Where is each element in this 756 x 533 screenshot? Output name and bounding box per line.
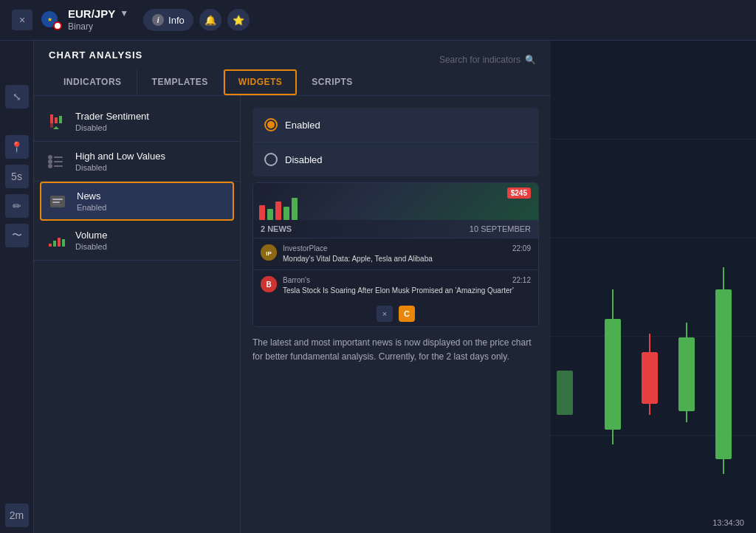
description: The latest and most important news is no… <box>252 333 539 367</box>
svg-rect-1 <box>50 123 53 128</box>
news-source-1: InvestorPlace <box>283 244 328 252</box>
widget-item-volume[interactable]: Volume Disabled <box>34 221 240 261</box>
trader-sentiment-info: Trader Sentiment Disabled <box>75 111 228 132</box>
news-count: 2 NEWS <box>261 224 292 233</box>
pin-icon: 📍 <box>10 141 23 153</box>
svg-point-6 <box>48 159 52 164</box>
close-preview-button[interactable]: × <box>377 306 393 322</box>
svg-rect-3 <box>59 116 62 123</box>
news-status: Enabled <box>77 203 227 212</box>
close-button[interactable]: × <box>12 10 32 30</box>
widgets-content: Trader Sentiment Disabled <box>34 96 551 533</box>
top-actions: i Info 🔔 ⭐ <box>143 9 250 31</box>
news-icon <box>47 191 68 212</box>
tab-widgets[interactable]: WIDGETS <box>224 69 298 95</box>
widget-item-high-low[interactable]: High and Low Values Disabled <box>34 142 240 182</box>
option-disabled[interactable]: Disabled <box>252 142 539 176</box>
timeframe-label: 2m <box>10 509 24 521</box>
news-preview-item-1: IP InvestorPlace 22:09 Monday's Vital Da… <box>253 238 538 270</box>
svg-rect-16 <box>53 241 56 247</box>
search-icon[interactable]: 🔍 <box>525 55 536 65</box>
search-area[interactable]: Search for indicators 🔍 <box>439 55 536 65</box>
chart-area: 13:34:30 <box>551 41 756 533</box>
tab-scripts[interactable]: SCRIPTS <box>297 69 368 96</box>
volume-status: Disabled <box>75 242 228 251</box>
draw-icon: ✏ <box>13 200 21 212</box>
candle-1 <box>713 267 734 474</box>
draw-button[interactable]: ✏ <box>5 194 29 218</box>
price-badge: $245 <box>507 188 531 199</box>
panel-title: CHART ANALYSIS <box>49 49 142 61</box>
option-enabled[interactable]: Enabled <box>252 108 539 142</box>
option-disabled-label: Disabled <box>285 154 323 165</box>
radio-disabled-circle <box>264 153 278 166</box>
symbol-type: Binary <box>68 21 128 33</box>
svg-point-5 <box>48 155 52 159</box>
wave-button[interactable]: 〜 <box>5 224 29 247</box>
high-low-icon <box>46 151 66 172</box>
widget-list: Trader Sentiment Disabled <box>34 96 241 533</box>
analysis-panel: CHART ANALYSIS Search for indicators 🔍 I… <box>34 41 551 533</box>
candle-3 <box>639 334 660 415</box>
radio-enabled-circle <box>264 118 278 131</box>
tab-indicators[interactable]: INDICATORS <box>49 69 137 96</box>
svg-rect-0 <box>50 114 53 123</box>
investor-logo: IP <box>261 244 277 261</box>
candle-2 <box>676 323 697 422</box>
info-button[interactable]: i Info <box>143 9 193 31</box>
news-preview-icon: C <box>399 306 415 322</box>
barrons-logo: B <box>261 276 277 292</box>
news-time-1: 22:09 <box>512 244 531 252</box>
info-label: Info <box>168 15 185 26</box>
symbol-info: EUR/JPY ▼ Binary <box>68 7 128 32</box>
svg-rect-17 <box>58 238 61 247</box>
preview-footer: × C <box>253 301 538 326</box>
news-name: News <box>77 190 227 202</box>
news-source-row-2: Barron's 22:12 <box>283 276 531 284</box>
favorites-button[interactable]: ⭐ <box>227 9 250 31</box>
star-icon: ⭐ <box>233 15 244 26</box>
news-time-2: 22:12 <box>512 276 531 284</box>
panel-header: CHART ANALYSIS Search for indicators 🔍 <box>34 41 551 69</box>
timeframe-button[interactable]: 2m <box>5 503 29 527</box>
pin-button[interactable]: 📍 <box>5 135 29 159</box>
volume-icon <box>46 230 66 251</box>
chart-timestamp: 13:34:30 <box>712 518 744 527</box>
jp-flag <box>53 21 62 30</box>
widget-item-news[interactable]: News Enabled <box>40 182 234 221</box>
bell-icon: 🔔 <box>205 15 216 26</box>
time-button[interactable]: 5s <box>5 165 29 188</box>
wave-group: 〜 <box>5 224 29 247</box>
search-placeholder: Search for indicators <box>439 55 520 65</box>
svg-rect-18 <box>62 239 65 247</box>
grid-line-1 <box>551 139 756 140</box>
wave-icon: 〜 <box>12 229 22 242</box>
svg-rect-13 <box>52 202 60 203</box>
news-preview-item-2: B Barron's 22:12 Tesla Stock Is Soaring … <box>253 270 538 301</box>
scale-icon: ⤡ <box>13 91 21 103</box>
trader-sentiment-name: Trader Sentiment <box>75 111 228 122</box>
svg-rect-15 <box>49 244 52 247</box>
candle-left <box>554 371 575 415</box>
tabs: INDICATORS TEMPLATES WIDGETS SCRIPTS <box>34 69 551 96</box>
radio-group: Enabled Disabled <box>252 108 539 176</box>
grid-line-2 <box>551 238 756 238</box>
widget-item-trader-sentiment[interactable]: Trader Sentiment Disabled <box>34 102 240 142</box>
preview-date: 10 SEPTEMBER <box>470 224 531 233</box>
preview-header: 2 NEWS 10 SEPTEMBER <box>253 220 538 238</box>
high-low-name: High and Low Values <box>75 151 228 162</box>
top-bar: × ★ EUR/JPY ▼ Binary i Info 🔔 ⭐ <box>0 0 756 41</box>
time-label: 5s <box>11 171 22 182</box>
news-content-2: Barron's 22:12 Tesla Stock Is Soaring Af… <box>283 276 531 295</box>
svg-rect-10 <box>54 165 63 167</box>
trader-sentiment-icon <box>46 111 66 132</box>
symbol-dropdown-arrow[interactable]: ▼ <box>120 8 128 20</box>
scale-button[interactable]: ⤡ <box>5 85 29 109</box>
volume-name: Volume <box>75 230 228 241</box>
news-source-row-1: InvestorPlace 22:09 <box>283 244 531 252</box>
svg-text:B: B <box>266 281 271 289</box>
tab-templates[interactable]: TEMPLATES <box>137 69 224 96</box>
draw-group: ✏ <box>5 194 29 218</box>
currency-flag: ★ <box>41 11 59 29</box>
notifications-button[interactable]: 🔔 <box>199 9 221 31</box>
